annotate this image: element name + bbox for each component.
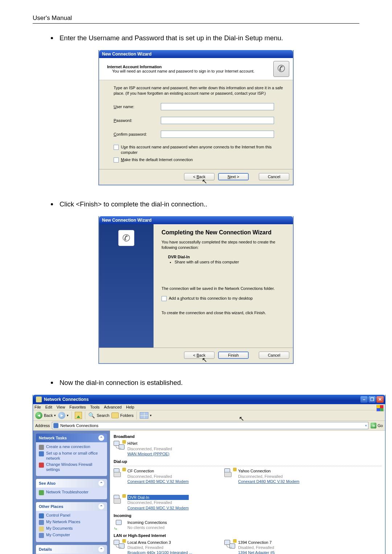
computer-icon [39, 533, 44, 538]
views-button[interactable]: ▾ [140, 412, 152, 419]
instruction-3-text: Now the dial-in connection is establishe… [60, 378, 183, 387]
close-button[interactable]: ✕ [376, 396, 384, 403]
lock-icon [122, 539, 126, 543]
default-connection-checkbox[interactable] [114, 157, 119, 163]
sidebar-link-create-connection[interactable]: Create a new connection [39, 444, 104, 450]
back-icon: ◄ [35, 412, 42, 419]
dialog-title: New Connection Wizard [99, 216, 293, 224]
wizard-side-graphic: ✆ [99, 224, 154, 348]
add-shortcut-checkbox[interactable] [162, 296, 167, 301]
chevron-up-icon[interactable]: ⌃ [98, 546, 104, 552]
use-account-label: Use this account name and password when … [121, 144, 284, 155]
dialup-connection-icon [224, 468, 236, 479]
documents-icon [39, 526, 44, 532]
forward-nav-button[interactable]: ► ▾ [58, 412, 69, 419]
back-button[interactable]: < Back [184, 352, 215, 359]
connection-cf[interactable]: CF ConnectionDisconnected, FirewalledCon… [114, 468, 213, 484]
firewall-icon [39, 463, 44, 468]
password-label: Password: [114, 118, 161, 123]
address-input[interactable]: Network Connections ▾ [52, 422, 368, 429]
incoming-connection-icon: ⤷ [114, 520, 125, 530]
see-also-panel: See Also⌃ Network Troubleshooter [36, 479, 107, 499]
sidebar-link-network-places[interactable]: My Network Places [39, 520, 104, 525]
menu-advanced[interactable]: Advanced [104, 405, 122, 409]
home-network-icon [39, 451, 44, 456]
use-account-checkbox[interactable] [114, 145, 119, 150]
chevron-up-icon[interactable]: ⌃ [98, 480, 104, 486]
username-input[interactable] [161, 103, 274, 110]
instruction-1-text: Enter the Username and Password that is … [60, 34, 283, 43]
menu-file[interactable]: File [34, 405, 41, 409]
menu-view[interactable]: View [57, 405, 65, 409]
add-shortcut-label: Add a shortcut to this connection to my … [169, 296, 253, 301]
connection-dvr-dialin[interactable]: DVR Dial-InDisconnected, FirewalledConex… [114, 495, 213, 510]
other-places-panel: Other Places⌃ Control Panel My Network P… [36, 502, 107, 542]
menu-tools[interactable]: Tools [90, 405, 100, 409]
folders-button[interactable]: Folders [111, 413, 134, 418]
connection-lan3[interactable]: Local Area Connection 3Disabled, Firewal… [114, 540, 213, 554]
next-button[interactable]: Next > [218, 173, 249, 180]
confirm-password-label: Confirm password: [114, 132, 161, 136]
dialog-title: New Connection Wizard [99, 50, 293, 58]
back-button[interactable]: < Back [184, 173, 215, 180]
lock-icon [122, 440, 126, 444]
wizard-heading: Internet Account Information [107, 65, 254, 69]
menu-help[interactable]: Help [126, 405, 134, 409]
connection-1394[interactable]: 1394 Connection 7Disabled, Firewalled139… [224, 540, 324, 554]
sidebar-link-firewall[interactable]: Change Windows Firewall settings [39, 462, 104, 472]
folder-up-icon [75, 412, 82, 419]
connection-hinet[interactable]: HiNetDisconnected, FirewalledWAN Minipor… [114, 441, 213, 456]
folders-icon [111, 413, 119, 418]
bullet-icon [51, 203, 53, 205]
sidebar-link-setup-network[interactable]: Set up a home or small office network [39, 451, 104, 461]
connection-incoming[interactable]: ⤷ Incoming ConnectionsNo clients connect… [114, 520, 213, 530]
cancel-button[interactable]: Cancel [259, 352, 289, 359]
sidebar-link-documents[interactable]: My Documents [39, 526, 104, 532]
search-icon: 🔍 [88, 412, 95, 419]
connection-yahoo[interactable]: Yahoo ConnectionDisconnected, Firewalled… [224, 468, 324, 484]
menu-edit[interactable]: Edit [45, 405, 52, 409]
saved-note: The connection will be saved in the Netw… [162, 286, 285, 291]
new-connection-icon [39, 445, 44, 450]
address-label: Address [35, 423, 50, 428]
lan-connection-icon [224, 540, 236, 550]
lan-connection-icon [114, 540, 125, 550]
address-value: Network Connections [60, 423, 98, 428]
windows-flag-icon [376, 405, 384, 411]
category-broadband: Broadband [114, 434, 381, 439]
password-input[interactable] [161, 117, 274, 124]
header-rule [33, 23, 359, 24]
confirm-password-input[interactable] [161, 131, 274, 138]
restore-button[interactable]: ❐ [368, 396, 376, 403]
broadband-connection-icon [114, 441, 125, 451]
address-dropdown-icon[interactable]: ▾ [365, 424, 367, 427]
control-panel-icon [39, 513, 44, 518]
up-button[interactable] [75, 412, 82, 419]
minimize-button[interactable]: – [360, 396, 368, 403]
sidebar-link-troubleshooter[interactable]: Network Troubleshooter [39, 490, 104, 495]
details-panel: Details⌃ Network Connections System Fold… [36, 545, 107, 554]
connection-share-note: Share with all users of this computer [175, 260, 285, 264]
category-dialup: Dial-up [114, 459, 381, 464]
menubar: File Edit View Favorites Tools Advanced … [33, 404, 385, 410]
wizard-header: Internet Account Information You will ne… [99, 58, 293, 80]
finish-heading: Completing the New Connection Wizard [162, 229, 285, 236]
forward-icon: ► [58, 412, 65, 419]
address-folder-icon [53, 423, 58, 428]
cancel-button[interactable]: Cancel [259, 173, 289, 180]
finish-button[interactable]: Finish [218, 352, 249, 359]
instruction-2: Click <Finish> to complete the dial-in c… [51, 200, 359, 209]
new-connection-wizard-finish-dialog: New Connection Wizard ✆ Completing the N… [98, 216, 294, 364]
go-button[interactable]: ➜ Go [371, 423, 383, 428]
sidebar-link-control-panel[interactable]: Control Panel [39, 513, 104, 518]
search-button[interactable]: 🔍 Search [88, 412, 109, 419]
chevron-up-icon[interactable]: ⌃ [98, 504, 104, 509]
chevron-up-icon[interactable]: ⌃ [98, 435, 104, 441]
back-nav-button[interactable]: ◄ Back ▾ [35, 412, 56, 419]
views-icon [140, 412, 148, 419]
explorer-title: Network Connections [44, 397, 89, 402]
network-connections-window: Network Connections – ❐ ✕ File Edit View… [33, 395, 385, 554]
sidebar-link-computer[interactable]: My Computer [39, 533, 104, 538]
menu-favorites[interactable]: Favorites [69, 405, 86, 409]
finish-success-text: You have successfully completed the step… [162, 239, 285, 250]
